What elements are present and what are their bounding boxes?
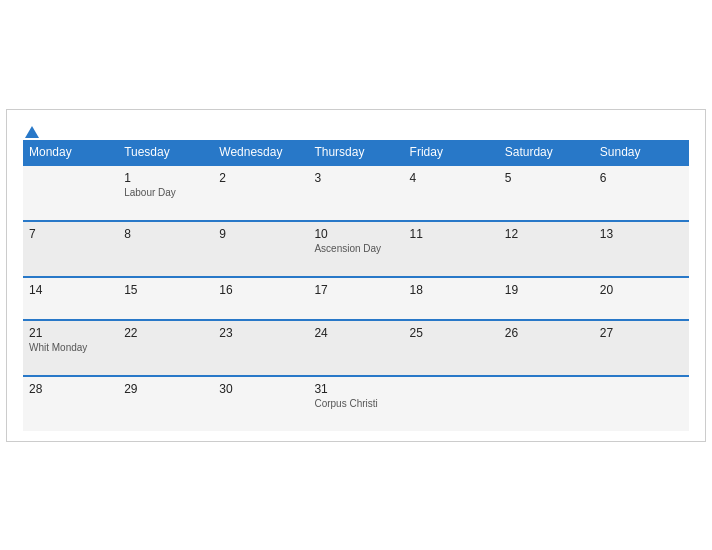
calendar-cell: 9 [213, 221, 308, 277]
calendar-cell: 6 [594, 165, 689, 221]
calendar-cell: 27 [594, 320, 689, 376]
day-number: 20 [600, 283, 683, 297]
weekday-header-friday: Friday [404, 140, 499, 165]
calendar-cell: 5 [499, 165, 594, 221]
logo [23, 126, 39, 138]
weekday-header-row: MondayTuesdayWednesdayThursdayFridaySatu… [23, 140, 689, 165]
calendar-cell: 7 [23, 221, 118, 277]
calendar-cell: 24 [308, 320, 403, 376]
day-number: 11 [410, 227, 493, 241]
day-number: 22 [124, 326, 207, 340]
calendar-cell: 15 [118, 277, 213, 320]
day-number: 1 [124, 171, 207, 185]
day-number: 15 [124, 283, 207, 297]
logo-triangle-icon [25, 126, 39, 138]
calendar-cell: 25 [404, 320, 499, 376]
day-number: 12 [505, 227, 588, 241]
calendar-cell: 19 [499, 277, 594, 320]
day-number: 30 [219, 382, 302, 396]
weekday-header-thursday: Thursday [308, 140, 403, 165]
calendar-cell [594, 376, 689, 431]
day-number: 31 [314, 382, 397, 396]
week-row-1: 1Labour Day23456 [23, 165, 689, 221]
day-number: 24 [314, 326, 397, 340]
calendar-cell: 3 [308, 165, 403, 221]
week-row-3: 14151617181920 [23, 277, 689, 320]
weekday-header-saturday: Saturday [499, 140, 594, 165]
day-number: 14 [29, 283, 112, 297]
calendar-cell: 26 [499, 320, 594, 376]
calendar-cell [404, 376, 499, 431]
day-number: 21 [29, 326, 112, 340]
calendar-cell: 29 [118, 376, 213, 431]
calendar-cell: 17 [308, 277, 403, 320]
holiday-label: Labour Day [124, 187, 207, 198]
calendar-cell: 11 [404, 221, 499, 277]
day-number: 19 [505, 283, 588, 297]
day-number: 29 [124, 382, 207, 396]
day-number: 7 [29, 227, 112, 241]
calendar-cell: 10Ascension Day [308, 221, 403, 277]
day-number: 28 [29, 382, 112, 396]
day-number: 27 [600, 326, 683, 340]
calendar-cell: 12 [499, 221, 594, 277]
holiday-label: Corpus Christi [314, 398, 397, 409]
day-number: 10 [314, 227, 397, 241]
day-number: 2 [219, 171, 302, 185]
calendar-cell: 1Labour Day [118, 165, 213, 221]
calendar-cell: 30 [213, 376, 308, 431]
day-number: 13 [600, 227, 683, 241]
week-row-2: 78910Ascension Day111213 [23, 221, 689, 277]
calendar-cell: 16 [213, 277, 308, 320]
weekday-header-sunday: Sunday [594, 140, 689, 165]
day-number: 5 [505, 171, 588, 185]
calendar-cell [499, 376, 594, 431]
calendar-cell: 8 [118, 221, 213, 277]
weekday-header-wednesday: Wednesday [213, 140, 308, 165]
calendar-cell: 22 [118, 320, 213, 376]
calendar-cell: 4 [404, 165, 499, 221]
calendar-cell: 14 [23, 277, 118, 320]
day-number: 8 [124, 227, 207, 241]
calendar-cell: 23 [213, 320, 308, 376]
calendar-cell: 21Whit Monday [23, 320, 118, 376]
weekday-header-monday: Monday [23, 140, 118, 165]
day-number: 3 [314, 171, 397, 185]
day-number: 9 [219, 227, 302, 241]
calendar-cell: 13 [594, 221, 689, 277]
calendar-cell: 2 [213, 165, 308, 221]
day-number: 23 [219, 326, 302, 340]
calendar-cell: 28 [23, 376, 118, 431]
day-number: 17 [314, 283, 397, 297]
calendar-cell [23, 165, 118, 221]
day-number: 18 [410, 283, 493, 297]
logo-row [23, 126, 39, 138]
day-number: 26 [505, 326, 588, 340]
day-number: 4 [410, 171, 493, 185]
calendar-container: MondayTuesdayWednesdayThursdayFridaySatu… [6, 109, 706, 442]
day-number: 6 [600, 171, 683, 185]
day-number: 25 [410, 326, 493, 340]
calendar-cell: 31Corpus Christi [308, 376, 403, 431]
calendar-cell: 18 [404, 277, 499, 320]
day-number: 16 [219, 283, 302, 297]
week-row-4: 21Whit Monday222324252627 [23, 320, 689, 376]
calendar-cell: 20 [594, 277, 689, 320]
holiday-label: Ascension Day [314, 243, 397, 254]
holiday-label: Whit Monday [29, 342, 112, 353]
week-row-5: 28293031Corpus Christi [23, 376, 689, 431]
calendar-table: MondayTuesdayWednesdayThursdayFridaySatu… [23, 140, 689, 431]
weekday-header-tuesday: Tuesday [118, 140, 213, 165]
